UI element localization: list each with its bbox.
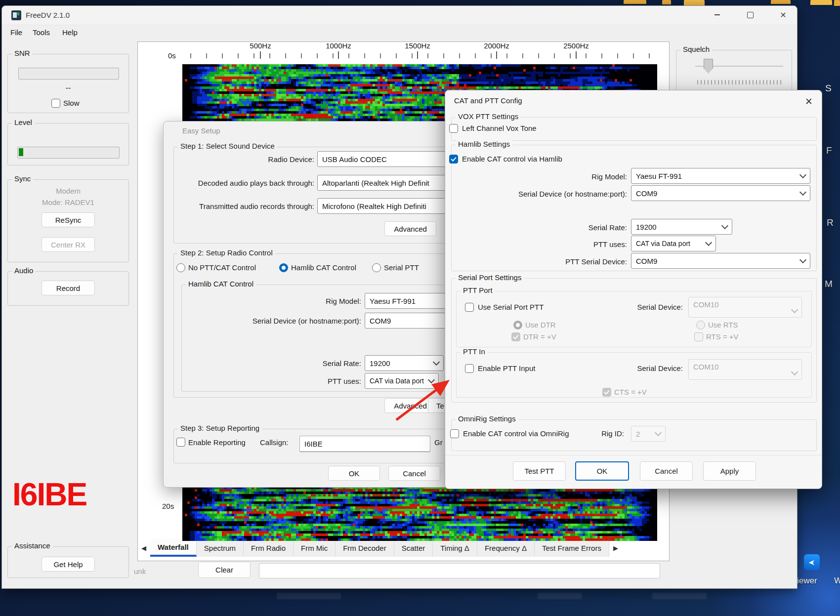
use-rts-label: Use RTS	[708, 321, 738, 329]
squelch-tick-marks	[697, 80, 781, 84]
desktop-icon-label-f[interactable]: F	[826, 145, 832, 156]
left-channel-vox-checkbox[interactable]	[449, 124, 458, 133]
cat-ptt-serial-field[interactable]: COM9	[631, 253, 810, 269]
minimize-button[interactable]	[706, 6, 728, 24]
button-row-separator	[445, 455, 822, 455]
chevron-down-icon	[655, 429, 662, 436]
test-ptt-button[interactable]: Test PTT	[513, 461, 566, 481]
close-button[interactable]: ✕	[772, 6, 795, 24]
tab-timing-delta[interactable]: Timing Δ	[433, 539, 477, 557]
tab-test-frame-errors[interactable]: Test Frame Errors	[535, 539, 609, 557]
freq-ruler-tick	[417, 51, 418, 59]
record-button[interactable]: Record	[42, 281, 95, 295]
ptt-in-serial-device-label: Serial Device:	[631, 364, 683, 372]
use-rts-radio[interactable]	[696, 321, 705, 329]
tab-scatter[interactable]: Scatter	[394, 539, 433, 557]
menu-tools[interactable]: Tools	[33, 28, 50, 37]
cat-apply-button[interactable]: Apply	[703, 461, 756, 481]
left-channel-vox-label: Left Channel Vox Tone	[462, 124, 537, 132]
resync-button[interactable]: ReSync	[42, 212, 95, 227]
freq-ruler-tick	[260, 51, 261, 59]
enable-cat-hamlib-checkbox[interactable]	[449, 155, 458, 164]
rig-id-field[interactable]: 2	[631, 426, 666, 442]
tab-frm-radio[interactable]: Frm Radio	[244, 539, 294, 557]
hamlib-settings-label: Hamlib Settings	[456, 140, 512, 148]
sync-mode-text: Mode: RADEV1	[8, 198, 128, 206]
easy-setup-cancel-button[interactable]: Cancel	[388, 466, 440, 481]
cat-serial-rate-field[interactable]: 19200	[631, 219, 732, 235]
callsign-field[interactable]: I6IBE	[299, 436, 430, 452]
easy-setup-ok-button[interactable]: OK	[328, 466, 380, 481]
desktop-icon-label-r[interactable]: R	[827, 217, 834, 228]
ptt-in-label: PTT In	[461, 347, 488, 356]
enable-omnirig-checkbox[interactable]	[450, 429, 459, 438]
use-dtr-radio[interactable]	[513, 321, 522, 329]
easy-setup-title: Easy Setup	[182, 126, 220, 135]
snr-slow-checkbox[interactable]	[51, 99, 60, 108]
squelch-slider-thumb[interactable]	[704, 59, 713, 74]
desktop-icon-label-s[interactable]: S	[825, 83, 832, 94]
get-help-button[interactable]: Get Help	[42, 557, 95, 572]
tab-spectrum[interactable]: Spectrum	[197, 539, 244, 557]
freq-ruler-label: 1500Hz	[398, 41, 437, 50]
cat-rig-model-field[interactable]: Yaesu FT-991	[631, 168, 810, 184]
red-annotation-arrow	[385, 370, 464, 430]
enable-ptt-input-checkbox[interactable]	[465, 364, 474, 373]
ptt-in-com-field[interactable]: COM10	[688, 359, 802, 380]
ptt-port-com-field[interactable]: COM10	[688, 297, 802, 318]
desktop-folder-icon[interactable]	[810, 0, 832, 5]
desktop-folder-icon[interactable]	[771, 0, 791, 4]
serial-ptt-radio[interactable]	[372, 263, 381, 272]
serial-port-settings-label: Serial Port Settings	[456, 273, 524, 282]
rig-id-label: Rig ID:	[596, 429, 624, 438]
step1-advanced-button[interactable]: Advanced	[384, 221, 436, 236]
maximize-button[interactable]	[739, 6, 761, 24]
tab-frm-mic[interactable]: Frm Mic	[294, 539, 336, 557]
serial-rate-field[interactable]: 19200	[365, 355, 444, 371]
grid-square-label-partial: Gr	[434, 438, 443, 447]
tab-frm-decoder[interactable]: Frm Decoder	[336, 539, 394, 557]
cat-ok-button[interactable]: OK	[575, 461, 629, 481]
viewer-icon-label-partial: W	[834, 576, 840, 586]
cat-serial-rate-value: 19200	[636, 223, 657, 231]
audio-label: Audio	[12, 266, 36, 275]
hamlib-cat-radio[interactable]	[279, 263, 288, 272]
chevron-down-icon	[799, 256, 806, 263]
title-bar[interactable]: FreeDV 2.1.0 ✕	[2, 6, 797, 25]
clear-button[interactable]: Clear	[198, 562, 251, 578]
assistance-label: Assistance	[12, 541, 53, 550]
step1-label: Step 1: Select Sound Device	[178, 142, 277, 150]
decoded-audio-label: Decoded audio plays back through:	[168, 179, 314, 187]
squelch-label: Squelch	[680, 45, 712, 53]
tab-frequency-delta[interactable]: Frequency Δ	[477, 539, 535, 557]
no-ptt-cat-radio[interactable]	[176, 263, 185, 272]
dtr-v-checkbox[interactable]	[511, 332, 520, 341]
cat-ptt-uses-field[interactable]: CAT via Data port	[631, 236, 716, 251]
transmitted-audio-label: Transmitted audio records through:	[168, 202, 314, 210]
tab-scroll-left-icon[interactable]: ◀	[137, 539, 150, 557]
use-serial-port-ptt-checkbox[interactable]	[465, 303, 474, 312]
desktop-folder-icon[interactable]	[834, 0, 840, 6]
level-gauge	[17, 147, 120, 159]
cat-cancel-button[interactable]: Cancel	[640, 461, 693, 481]
desktop-folder-icon[interactable]	[684, 0, 705, 5]
cat-close-icon[interactable]: ✕	[802, 94, 816, 108]
rts-v-checkbox[interactable]	[694, 332, 703, 341]
cat-ptt-serial-label: PTT Serial Device:	[528, 257, 627, 266]
ptt-port-serial-device-label: Serial Device:	[631, 303, 683, 311]
desktop-folder-icon[interactable]	[662, 0, 671, 4]
center-rx-button[interactable]: Center RX	[42, 237, 95, 252]
cts-v-checkbox[interactable]	[602, 388, 611, 397]
text-message-input[interactable]	[259, 563, 660, 578]
cat-serial-device-field[interactable]: COM9	[631, 185, 810, 201]
menu-file[interactable]: File	[10, 28, 22, 37]
desktop-folder-icon[interactable]	[624, 0, 646, 4]
menu-help[interactable]: Help	[62, 28, 78, 37]
callsign-logo: I6IBE	[12, 476, 86, 513]
tab-scroll-right-icon[interactable]: ▶	[609, 539, 622, 557]
enable-reporting-checkbox[interactable]	[176, 438, 185, 447]
desktop-icon-label-m[interactable]: M	[825, 279, 833, 289]
freq-ruler-tick	[338, 51, 339, 59]
tab-waterfall[interactable]: Waterfall	[150, 539, 197, 557]
viewer-app-icon[interactable]: ➤	[804, 554, 820, 570]
